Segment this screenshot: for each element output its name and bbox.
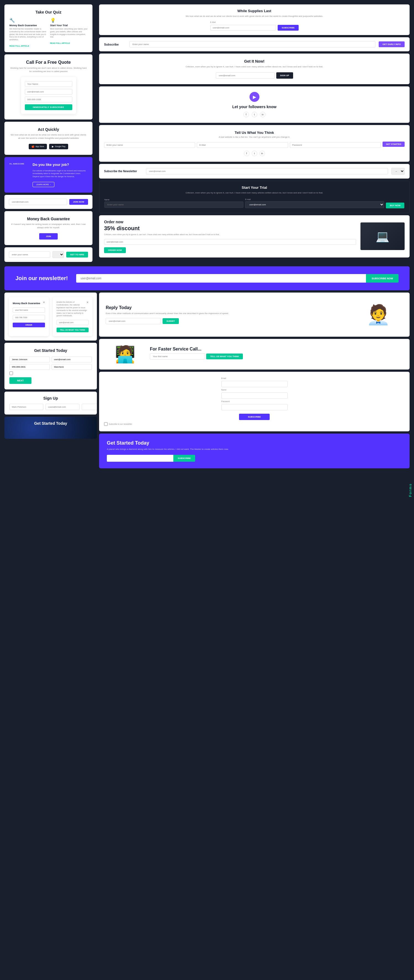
name-input[interactable] (9, 251, 50, 258)
quote-phone-input[interactable] (25, 97, 72, 102)
job-learn-more-button[interactable]: LEARN MORE › (33, 182, 54, 187)
order-email-input[interactable] (104, 239, 356, 245)
quote-submit-button[interactable]: IMMEDIATELY SUBSCRIBE (25, 104, 72, 110)
supplies-subscribe-button[interactable]: SUBSCRIBE (278, 25, 298, 31)
job-title: Do you like your job? (33, 162, 88, 167)
join-now-button[interactable]: JOIN NOW (69, 199, 88, 205)
quiz-card: Take Our Quiz 🔧 Money Back Guarantee We … (5, 5, 92, 52)
telus-instagram-icon[interactable]: in (260, 151, 265, 156)
mini-form-1: ✕ Money Back Guarantee ORDER (9, 297, 49, 336)
telus-get-started-button[interactable]: GET STARTED (382, 142, 404, 147)
signup-first-name-input[interactable] (10, 404, 43, 410)
faster-name-input[interactable] (150, 353, 205, 360)
sub-newsletter-email-input[interactable] (146, 168, 388, 174)
order-image (360, 223, 404, 250)
get-started-card: Get Started Today NEXT (5, 343, 97, 390)
quiz-item-2-link[interactable]: READ FULL ARTICLE (50, 42, 70, 44)
faster-text: For Faster Service Call... TELL US WHAT … (150, 347, 403, 362)
arrow-right-icon: › (50, 183, 51, 185)
quote-name-input[interactable] (25, 81, 72, 87)
telus-name-input[interactable] (104, 142, 195, 148)
getit-form: SIGN UP (216, 72, 293, 79)
money-forms-card: ✕ Money Back Guarantee ORDER ✕ Amidst th… (5, 293, 97, 340)
play-icon: ▶ (250, 92, 260, 102)
sub-password-input[interactable] (221, 404, 288, 410)
supplies-email-label: E-Mail (210, 21, 299, 23)
newsletter-email-input[interactable] (76, 274, 366, 283)
twitter-icon[interactable]: t (252, 112, 257, 117)
reply-submit-button[interactable]: SUBMIT (162, 318, 179, 324)
mini-form-2-submit-button[interactable]: TELL US WHAT YOU THINK (57, 328, 89, 332)
gs-purple-input[interactable] (107, 455, 174, 462)
sub-email-input[interactable] (221, 381, 288, 387)
trial-email-select[interactable]: user@email.com (245, 201, 384, 208)
email-select[interactable] (53, 251, 64, 258)
mini-form-1-phone-input[interactable] (13, 315, 45, 320)
faster-submit-button[interactable]: TELL US WHAT YOU THINK (206, 353, 243, 360)
getit-email-input[interactable] (216, 72, 275, 79)
reply-text: Reply Today Even if the other methods of… (106, 305, 348, 324)
getit-signup-button[interactable]: SIGN UP (276, 72, 293, 79)
order-now-button[interactable]: ORDER NOW (104, 247, 126, 253)
signup-last-name-input[interactable] (46, 404, 80, 410)
quiz-title: Take Our Quiz (10, 10, 88, 14)
money-join-button[interactable]: JOIN (39, 233, 58, 240)
subscribe-form-button[interactable]: SUBSCRIBE (239, 414, 270, 420)
newsletter-banner: Join our newsletter! SUBSCRIBE NOW (5, 266, 409, 290)
sub-name-input[interactable] (221, 393, 288, 399)
gs-next-button[interactable]: NEXT (10, 377, 32, 384)
money-back-card: Money Back Guarantee If I haven't any ta… (5, 211, 92, 245)
get-early-info-button[interactable]: GET EARLY INFO (379, 41, 404, 47)
newsletter-form: SUBSCRIBE NOW (76, 274, 398, 283)
subscribe-now-button[interactable]: SUBSCRIBE NOW (366, 274, 398, 283)
quote-email-input[interactable] (25, 89, 72, 95)
get-started-title: Get Started Today (10, 348, 92, 353)
apple-icon: 🍎 (32, 145, 35, 148)
gs-purple-subscribe-button[interactable]: SUBSCRIBE (174, 455, 195, 462)
close-icon-2[interactable]: ✕ (86, 301, 89, 304)
gs-phone-input[interactable] (10, 364, 50, 370)
appstore-button[interactable]: 🍎 App Store (29, 144, 47, 149)
reply-image: 🧑‍💼 (353, 298, 403, 331)
mini-form-1-order-button[interactable]: ORDER (13, 323, 45, 327)
sub-newsletter-select[interactable]: -- (392, 168, 404, 175)
getit-title: Get It Now! (104, 59, 404, 64)
gs-checkbox[interactable] (10, 371, 13, 375)
googleplay-button[interactable]: ▶ Google Play (49, 144, 68, 149)
supplies-title: While Supplies Last (104, 9, 404, 13)
subscribe-checkbox[interactable] (104, 422, 108, 426)
sub-email-label: Email (221, 377, 288, 379)
signup-email-input[interactable] (82, 404, 97, 410)
subscribe-name-input[interactable] (129, 41, 375, 48)
email-join-input[interactable] (9, 199, 67, 205)
reply-body: Even if the other methods of communicati… (106, 312, 348, 315)
reply-email-input[interactable] (106, 318, 161, 324)
telus-subtitle: A bad website is like a flat tire. You c… (104, 136, 404, 138)
telus-email-input[interactable] (197, 142, 288, 148)
gs-blue-title: Get Started Today (10, 421, 92, 426)
subscribe-label: Subscribe (104, 43, 126, 46)
quiz-item-1-link[interactable]: READ FULL ARTICLE (10, 45, 29, 47)
followers-card: ▶ Let your followers know f t in (99, 86, 409, 123)
telus-password-input[interactable] (290, 142, 381, 148)
mini-form-2-email-input[interactable] (57, 320, 89, 325)
gs-last-name-input[interactable] (52, 356, 92, 362)
close-icon-1[interactable]: ✕ (43, 301, 45, 304)
instagram-icon[interactable]: in (260, 112, 266, 117)
telus-facebook-icon[interactable]: f (244, 151, 250, 156)
subscribe-checkbox-row: Subscribe to our newsletter (104, 422, 404, 426)
supplies-email-input[interactable] (210, 25, 276, 31)
trial-buy-now-button[interactable]: BUY NOW (386, 202, 404, 208)
get-to-hire-button[interactable]: GET TO HIRE (66, 252, 88, 258)
gs-first-name-input[interactable] (10, 356, 50, 362)
job-brand: Hi, AWESOME (10, 162, 29, 165)
facebook-icon[interactable]: f (244, 112, 249, 117)
signup-card: Sign Up SIGN UP (5, 391, 97, 415)
trial-name-input[interactable] (104, 202, 244, 208)
telus-twitter-icon[interactable]: t (252, 151, 257, 156)
order-card: Order now 35% discount Criticism, even w… (99, 215, 409, 258)
sub-name-label: Name (221, 389, 288, 391)
supplies-body: We love what we do and we do what our cl… (104, 14, 404, 18)
mini-form-1-name-input[interactable] (13, 307, 45, 313)
gs-company-input[interactable] (52, 364, 92, 370)
